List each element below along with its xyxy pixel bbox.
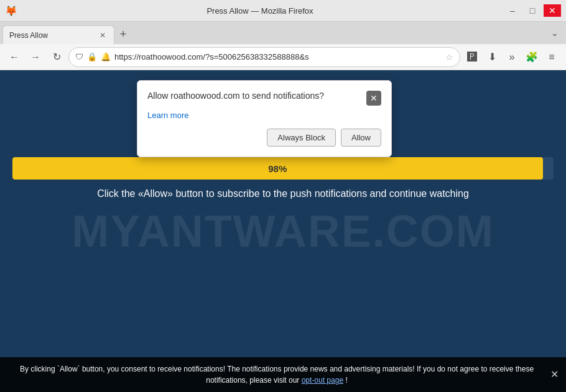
popup-close-button[interactable]: ✕: [366, 91, 381, 106]
page-content: MYANTWARE.COM 98% Click the «Allow» butt…: [0, 70, 566, 392]
bookmark-star-icon[interactable]: ☆: [445, 52, 453, 62]
maximize-button[interactable]: □: [524, 4, 541, 17]
minimize-button[interactable]: –: [504, 4, 521, 17]
firefox-icon: 🦊: [5, 5, 16, 16]
extensions-button[interactable]: 🧩: [522, 48, 541, 66]
list-all-tabs-button[interactable]: ⌄: [546, 24, 564, 42]
progress-label: 98%: [268, 163, 287, 174]
progress-bar-fill: 98%: [12, 157, 543, 180]
popup-header: Allow roathoowood.com to send notificati…: [147, 91, 381, 106]
forward-button[interactable]: →: [26, 48, 45, 66]
pocket-button[interactable]: 🅿: [463, 48, 481, 66]
learn-more-link[interactable]: Learn more: [147, 111, 381, 120]
nav-bar: ← → ↻ 🛡 🔒 🔔 https://roathoowood.com/?s=5…: [0, 44, 566, 70]
opt-out-link[interactable]: opt-out page: [302, 376, 343, 385]
new-tab-button[interactable]: +: [114, 25, 132, 43]
bottom-bar-text-end: !: [345, 376, 347, 385]
lock-icon: 🔒: [87, 52, 97, 62]
nav-right-icons: 🅿 ⬇ » 🧩 ≡: [463, 48, 561, 66]
reload-button[interactable]: ↻: [47, 48, 66, 66]
title-bar-controls: – □ ✕: [504, 4, 561, 17]
close-button[interactable]: ✕: [544, 4, 561, 17]
tab-close-button[interactable]: ✕: [98, 30, 108, 40]
url-display: https://roathoowood.com/?s=5006256383325…: [114, 52, 442, 62]
notification-popup: Allow roathoowood.com to send notificati…: [137, 80, 392, 157]
title-bar: 🦊 Press Allow — Mozilla Firefox – □ ✕: [0, 0, 566, 22]
browser-tab[interactable]: Press Allow ✕: [2, 25, 114, 44]
shield-icon: 🛡: [75, 52, 83, 62]
browser-window: 🦊 Press Allow — Mozilla Firefox – □ ✕ Pr…: [0, 0, 566, 392]
tab-bar-right: ⌄: [546, 24, 564, 44]
popup-title: Allow roathoowood.com to send notificati…: [147, 91, 366, 101]
bottom-notification-bar: By clicking `Allow` button, you consent …: [0, 357, 566, 392]
progress-bar-background: 98%: [12, 157, 554, 180]
more-tools-button[interactable]: »: [503, 48, 521, 66]
tab-label: Press Allow: [9, 31, 48, 40]
progress-container: 98%: [12, 157, 554, 180]
back-button[interactable]: ←: [5, 48, 24, 66]
title-bar-left: 🦊: [5, 5, 16, 16]
address-bar[interactable]: 🛡 🔒 🔔 https://roathoowood.com/?s=5006256…: [68, 47, 460, 67]
bottom-bar-close-button[interactable]: ✕: [550, 367, 559, 382]
tab-bar: Press Allow ✕ + ⌄: [0, 22, 566, 44]
bottom-bar-text: By clicking `Allow` button, you consent …: [20, 365, 534, 385]
popup-buttons: Always Block Allow: [147, 129, 381, 147]
subscribe-text: Click the «Allow» button to subscribe to…: [0, 188, 566, 199]
download-button[interactable]: ⬇: [483, 48, 501, 66]
window-title: Press Allow — Mozilla Firefox: [16, 6, 504, 16]
allow-button[interactable]: Allow: [341, 129, 381, 147]
menu-button[interactable]: ≡: [542, 48, 561, 66]
always-block-button[interactable]: Always Block: [267, 129, 336, 147]
notification-bell-icon: 🔔: [101, 52, 111, 62]
